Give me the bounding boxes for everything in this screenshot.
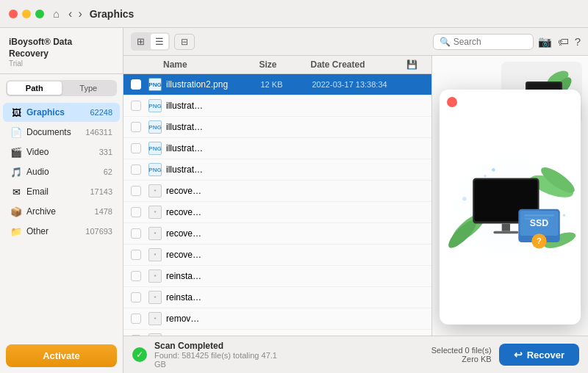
file-checkbox[interactable] <box>131 207 141 217</box>
preview-pane: SSD ? Preview illustration2.png Size: 12… <box>432 56 588 336</box>
table-row[interactable]: PNG illustrat… <box>123 159 431 181</box>
table-row[interactable]: PNG illustrat… <box>123 95 431 117</box>
file-name: reinsta… <box>166 292 261 303</box>
sidebar-item-audio[interactable]: 🎵 Audio 62 <box>3 162 120 181</box>
list-view-button[interactable]: ☰ <box>151 34 168 49</box>
status-bar: ✓ Scan Completed Found: 581425 file(s) t… <box>123 336 588 373</box>
svg-point-29 <box>492 167 495 171</box>
sidebar-item-audio-label: Audio <box>26 167 104 177</box>
tag-icon-button[interactable]: 🏷 <box>558 35 569 48</box>
tab-path[interactable]: Path <box>7 82 62 95</box>
svg-point-31 <box>563 214 565 216</box>
file-date: 2022-03-17 13:38:34 <box>312 80 407 89</box>
close-button[interactable] <box>9 10 18 18</box>
scan-complete-icon: ✓ <box>132 347 147 362</box>
camera-icon-button[interactable]: 📷 <box>538 35 552 48</box>
status-main-label: Scan Completed <box>154 341 285 351</box>
file-checkbox[interactable] <box>131 250 141 260</box>
activate-button[interactable]: Activate <box>6 344 117 367</box>
file-name: illustration2.png <box>166 79 261 90</box>
graphics-icon: 🖼 <box>10 106 22 118</box>
back-button[interactable]: ‹ <box>65 6 75 22</box>
app-trial: Trial <box>9 59 114 68</box>
file-checkbox[interactable] <box>131 101 141 111</box>
file-checkbox[interactable] <box>131 143 141 153</box>
grid-view-button[interactable]: ⊞ <box>132 34 149 49</box>
fullscreen-button[interactable] <box>35 10 44 18</box>
table-row[interactable]: * reinsta… <box>123 266 431 287</box>
table-row[interactable]: * recove… <box>123 223 431 245</box>
file-checkbox[interactable] <box>131 122 141 132</box>
filter-button[interactable]: ⊟ <box>174 34 195 50</box>
table-row[interactable]: * reinsta… <box>123 287 431 308</box>
table-row[interactable]: PNG illustrat… <box>123 138 431 159</box>
file-checkbox[interactable] <box>131 186 141 196</box>
mac-illustration-svg: SSD ? <box>440 104 581 310</box>
file-checkbox[interactable] <box>131 271 141 281</box>
sidebar-item-audio-count: 62 <box>104 167 112 176</box>
titlebar-title: Graphics <box>90 8 135 20</box>
tab-type[interactable]: Type <box>62 82 116 95</box>
file-type-icon: * <box>148 227 162 240</box>
file-type-icon: PNG <box>148 120 162 134</box>
sidebar-item-documents[interactable]: 📄 Documents 146311 <box>3 123 120 142</box>
table-row[interactable]: PNG illustration2.png 12 KB 2022-03-17 1… <box>123 74 431 95</box>
selected-files-label: Selected 0 file(s) <box>431 346 492 355</box>
svg-point-30 <box>484 174 486 176</box>
table-row[interactable]: * repair-… <box>123 330 431 336</box>
popup-card: SSD ? <box>440 90 581 325</box>
file-checkbox[interactable] <box>131 314 141 324</box>
sidebar-item-video[interactable]: 🎬 Video 331 <box>3 142 120 162</box>
recover-icon: ↩ <box>514 349 523 361</box>
video-icon: 🎬 <box>10 146 22 158</box>
sidebar-item-archive[interactable]: 📦 Archive 1478 <box>3 202 120 221</box>
minimize-button[interactable] <box>22 10 31 18</box>
table-row[interactable]: * remov… <box>123 308 431 330</box>
file-name: illustrat… <box>166 164 261 175</box>
file-checkbox[interactable] <box>131 228 141 239</box>
file-checkbox[interactable] <box>131 79 141 90</box>
file-checkbox[interactable] <box>131 335 141 336</box>
selected-count: Selected 0 file(s) Zero KB <box>431 346 492 363</box>
sidebar-item-other-count: 107693 <box>85 227 112 236</box>
sidebar-item-other[interactable]: 📁 Other 107693 <box>3 222 120 241</box>
sidebar-item-video-count: 331 <box>99 148 112 156</box>
table-row[interactable]: * recove… <box>123 245 431 266</box>
sidebar-item-graphics[interactable]: 🖼 Graphics 62248 <box>3 103 120 122</box>
home-icon[interactable]: ⌂ <box>53 7 60 20</box>
sidebar-item-email[interactable]: ✉ Email 17143 <box>3 182 120 201</box>
recover-button[interactable]: ↩ Recover <box>499 344 579 366</box>
sidebar-item-documents-count: 146311 <box>85 128 112 137</box>
file-type-icon: * <box>148 269 162 283</box>
table-row[interactable]: * recove… <box>123 202 431 223</box>
file-type-icon: PNG <box>148 163 162 176</box>
file-name: repair-… <box>166 335 261 336</box>
search-icon: 🔍 <box>440 37 451 47</box>
file-type-icon: PNG <box>148 142 162 155</box>
search-input[interactable] <box>453 37 527 47</box>
svg-rect-25 <box>524 214 554 216</box>
recover-label: Recover <box>527 350 564 361</box>
file-checkbox[interactable] <box>131 292 141 303</box>
table-row[interactable]: * recove… <box>123 181 431 202</box>
titlebar: ⌂ ‹ › Graphics <box>0 0 588 28</box>
sidebar-item-archive-count: 1478 <box>95 207 112 216</box>
popup-close-button[interactable] <box>447 97 457 107</box>
toolbar-right-icons: 📷 🏷 ? <box>538 35 581 48</box>
svg-rect-21 <box>493 231 518 233</box>
help-icon-button[interactable]: ? <box>575 35 581 48</box>
file-name: recove… <box>166 207 261 217</box>
file-size: 12 KB <box>261 80 312 89</box>
email-icon: ✉ <box>10 186 22 198</box>
sidebar-item-archive-label: Archive <box>26 206 95 217</box>
sidebar-item-email-label: Email <box>26 186 90 197</box>
table-row[interactable]: PNG illustrat… <box>123 117 431 138</box>
file-list-pane: Name Size Date Created 💾 PNG illustratio… <box>123 56 432 336</box>
archive-icon: 📦 <box>10 206 22 217</box>
file-type-icon: * <box>148 248 162 261</box>
forward-button[interactable]: › <box>75 6 85 22</box>
file-type-icon: PNG <box>148 99 162 112</box>
file-name: illustrat… <box>166 122 261 132</box>
file-checkbox[interactable] <box>131 164 141 175</box>
split-pane: Name Size Date Created 💾 PNG illustratio… <box>123 56 588 336</box>
